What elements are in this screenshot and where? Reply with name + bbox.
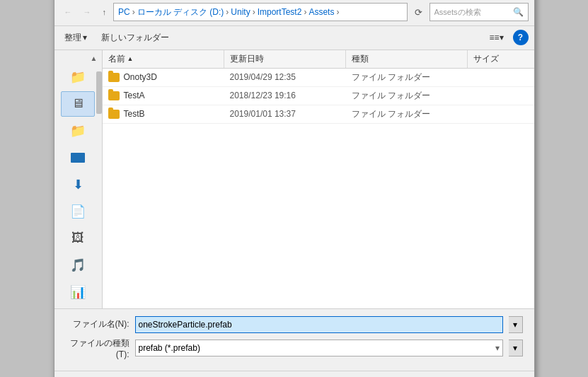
- nav-bar: ← → ↑ PC › ローカル ディスク (D:) › Unity › Impo…: [54, 0, 534, 26]
- breadcrumb[interactable]: PC › ローカル ディスク (D:) › Unity › ImportTest…: [113, 3, 408, 21]
- filetype-label: ファイルの種類(T):: [66, 337, 129, 359]
- dropdown-arrow-icon: ▾: [495, 343, 500, 353]
- filename-input[interactable]: [135, 316, 503, 333]
- download-icon: ⬇: [73, 177, 83, 192]
- sidebar-scrollbar[interactable]: [96, 64, 102, 308]
- filename-label: ファイル名(N):: [66, 318, 129, 330]
- sidebar-scroll-thumb: [96, 71, 102, 114]
- file-name-cell: Onoty3D: [103, 71, 224, 83]
- filename-row: ファイル名(N): ▾: [66, 316, 523, 333]
- breadcrumb-unity[interactable]: Unity: [231, 7, 250, 17]
- toolbar: 整理 ▾ 新しいフォルダー ≡≡ ▾ ?: [54, 26, 534, 50]
- new-folder-button[interactable]: 新しいフォルダー: [97, 30, 173, 46]
- col-header-type[interactable]: 種類: [346, 50, 468, 68]
- view-button[interactable]: ≡≡ ▾: [485, 30, 507, 45]
- sidebar-item-blue-block[interactable]: [61, 145, 95, 170]
- folder-yellow-icon: 📁: [70, 69, 86, 85]
- folder-icon: [108, 91, 120, 100]
- filetype-dropdown-btn[interactable]: ▾: [509, 340, 523, 356]
- footer: ▲ フォルダーの非表示 保存(S) キャンセル: [54, 371, 534, 378]
- file-name-cell: TestA: [103, 89, 224, 102]
- sidebar-item-image[interactable]: 🖼: [61, 226, 95, 251]
- organize-button[interactable]: 整理 ▾: [60, 30, 91, 46]
- file-type-cell: ファイル フォルダー: [346, 70, 468, 85]
- chart-icon: 📊: [70, 284, 86, 300]
- organize-label: 整理: [64, 32, 81, 44]
- sidebar-item-folder-yellow[interactable]: 📁: [61, 64, 95, 90]
- sidebar-item-music[interactable]: 🎵: [61, 253, 95, 278]
- file-list-header: 名前 ▲ 更新日時 種類 サイズ: [103, 50, 534, 69]
- file-size-cell: [468, 76, 534, 79]
- file-date-cell: 2018/12/23 19:16: [224, 89, 346, 102]
- file-date-cell: 2019/01/01 13:37: [224, 108, 346, 120]
- file-name-cell: TestB: [103, 108, 224, 120]
- table-row[interactable]: Onoty3D 2019/04/29 12:35 ファイル フォルダー: [103, 69, 534, 87]
- breadcrumb-disk[interactable]: ローカル ディスク (D:): [137, 6, 224, 18]
- breadcrumb-assets[interactable]: Assets: [309, 7, 334, 17]
- sidebar-item-pc[interactable]: 🖥: [61, 91, 95, 117]
- music-icon: 🎵: [70, 257, 86, 273]
- refresh-icon: ⟳: [415, 7, 422, 18]
- file-type-cell: ファイル フォルダー: [346, 107, 468, 122]
- file-type-cell: ファイル フォルダー: [346, 88, 468, 103]
- folder-icon: [108, 73, 120, 82]
- view-arrow: ▾: [500, 33, 504, 42]
- help-icon: ?: [518, 33, 523, 42]
- sidebar-item-chart[interactable]: 📊: [61, 279, 95, 305]
- table-row[interactable]: TestB 2019/01/01 13:37 ファイル フォルダー: [103, 105, 534, 124]
- up-icon: ↑: [103, 8, 107, 16]
- search-box[interactable]: 🔍: [430, 3, 529, 21]
- sidebar-item-blue-folder[interactable]: 📁: [61, 118, 95, 144]
- filetype-value: prefab (*.prefab): [139, 343, 200, 353]
- col-header-date[interactable]: 更新日時: [224, 50, 346, 68]
- refresh-button[interactable]: ⟳: [410, 4, 427, 21]
- image-icon: 🖼: [71, 231, 84, 245]
- folder-icon: [108, 110, 120, 119]
- search-icon: 🔍: [513, 7, 524, 17]
- file-date-cell: 2019/04/29 12:35: [224, 71, 346, 83]
- sidebar-item-download[interactable]: ⬇: [61, 172, 95, 197]
- col-header-size[interactable]: サイズ: [468, 50, 534, 68]
- filetype-dropdown[interactable]: prefab (*.prefab) ▾: [135, 340, 503, 356]
- back-button[interactable]: ←: [60, 5, 76, 19]
- breadcrumb-importtest2[interactable]: ImportTest2: [258, 7, 302, 17]
- pc-icon: 🖥: [71, 96, 84, 111]
- blue-folder-icon: 📁: [70, 123, 86, 139]
- blue-block-icon: [71, 153, 85, 163]
- main-content: ▲ 📁 🖥 📁 ⬇ 📄 🖼 🎵: [54, 50, 534, 308]
- sidebar: ▲ 📁 🖥 📁 ⬇ 📄 🖼 🎵: [54, 50, 103, 308]
- file-size-cell: [468, 112, 534, 115]
- filename-dropdown-btn[interactable]: ▾: [509, 316, 523, 333]
- forward-icon: →: [83, 8, 91, 16]
- view-icon: ≡≡: [489, 33, 499, 42]
- col-header-name[interactable]: 名前 ▲: [103, 50, 224, 68]
- help-button[interactable]: ?: [513, 30, 529, 45]
- search-input[interactable]: [434, 8, 510, 16]
- organize-arrow: ▾: [83, 33, 87, 42]
- sidebar-item-doc[interactable]: 📄: [61, 199, 95, 224]
- table-row[interactable]: TestA 2018/12/23 19:16 ファイル フォルダー: [103, 87, 534, 105]
- breadcrumb-pc[interactable]: PC: [118, 7, 130, 17]
- up-button[interactable]: ↑: [98, 5, 111, 19]
- bottom-section: ファイル名(N): ▾ ファイルの種類(T): prefab (*.prefab…: [54, 308, 534, 371]
- file-list[interactable]: 名前 ▲ 更新日時 種類 サイズ Onoty3D: [103, 50, 534, 308]
- new-folder-label: 新しいフォルダー: [101, 33, 169, 42]
- save-dialog: 💾 Save ✕ ← → ↑ PC › ローカル ディスク (D:) › Uni…: [54, 0, 535, 377]
- forward-button[interactable]: →: [79, 5, 96, 19]
- filetype-row: ファイルの種類(T): prefab (*.prefab) ▾ ▾: [66, 337, 523, 359]
- sidebar-collapse-chevron[interactable]: ▲: [89, 53, 99, 64]
- file-size-cell: [468, 94, 534, 97]
- back-icon: ←: [64, 8, 72, 16]
- document-icon: 📄: [70, 204, 86, 219]
